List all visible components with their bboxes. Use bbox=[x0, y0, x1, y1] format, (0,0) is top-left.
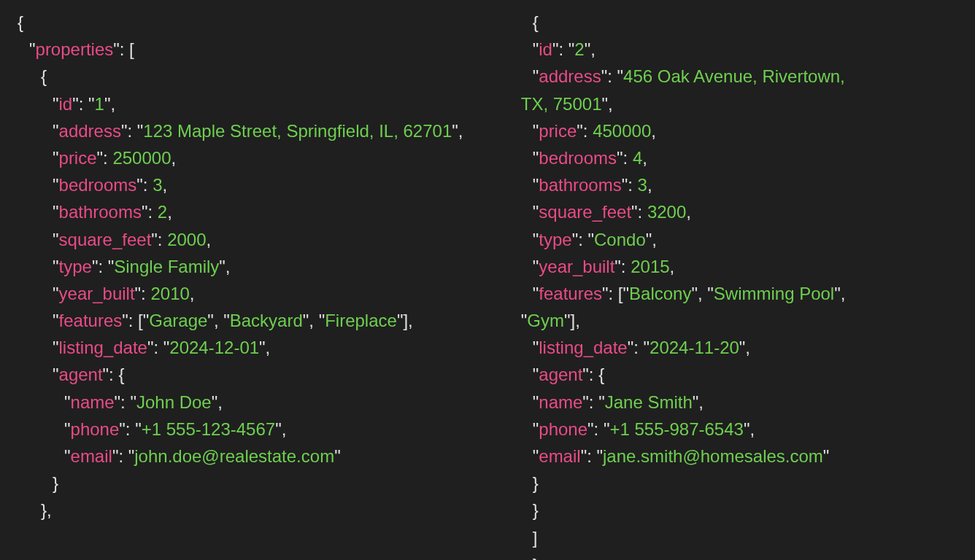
brace-close: } bbox=[521, 497, 957, 524]
brace-open: { bbox=[18, 9, 477, 36]
key-agent: "agent": { bbox=[521, 361, 957, 388]
key-properties: "properties": [ bbox=[18, 36, 477, 63]
object-open: { bbox=[18, 63, 477, 90]
key-address-line1: "address": "456 Oak Avenue, Rivertown, bbox=[521, 63, 957, 90]
key-agent-email: "email": "jane.smith@homesales.com" bbox=[521, 443, 957, 470]
brace-close: } bbox=[521, 470, 957, 497]
brace-close: } bbox=[521, 551, 957, 560]
key-year-built: "year_built": 2010, bbox=[18, 280, 477, 307]
key-listing-date: "listing_date": "2024-11-20", bbox=[521, 334, 957, 361]
key-address: "address": "123 Maple Street, Springfiel… bbox=[18, 117, 477, 144]
key-square-feet: "square_feet": 3200, bbox=[521, 198, 957, 225]
key-agent-phone: "phone": "+1 555-987-6543", bbox=[521, 416, 957, 443]
key-year-built: "year_built": 2015, bbox=[521, 253, 957, 280]
key-features-line1: "features": ["Balcony", "Swimming Pool", bbox=[521, 280, 957, 307]
column-2: { "id": "2", "address": "456 Oak Avenue,… bbox=[521, 9, 957, 560]
key-id: "id": "2", bbox=[521, 36, 957, 63]
key-type: "type": "Single Family", bbox=[18, 253, 477, 280]
object-close: }, bbox=[18, 497, 477, 524]
bracket-close: ] bbox=[521, 524, 957, 551]
key-bathrooms: "bathrooms": 3, bbox=[521, 171, 957, 198]
key-agent-name: "name": "Jane Smith", bbox=[521, 389, 957, 416]
key-price: "price": 250000, bbox=[18, 144, 477, 171]
brace-close: } bbox=[18, 470, 477, 497]
key-agent-phone: "phone": "+1 555-123-4567", bbox=[18, 416, 477, 443]
key-id: "id": "1", bbox=[18, 90, 477, 117]
key-price: "price": 450000, bbox=[521, 117, 957, 144]
key-agent: "agent": { bbox=[18, 361, 477, 388]
key-type: "type": "Condo", bbox=[521, 226, 957, 253]
key-bedrooms: "bedrooms": 4, bbox=[521, 144, 957, 171]
key-square-feet: "square_feet": 2000, bbox=[18, 226, 477, 253]
key-bedrooms: "bedrooms": 3, bbox=[18, 171, 477, 198]
json-document: { "properties": [ { "id": "1", "address"… bbox=[18, 9, 957, 560]
object-open: { bbox=[521, 9, 957, 36]
key-listing-date: "listing_date": "2024-12-01", bbox=[18, 334, 477, 361]
key-features: "features": ["Garage", "Backyard", "Fire… bbox=[18, 307, 477, 334]
key-features-line2: "Gym"], bbox=[521, 307, 957, 334]
key-agent-name: "name": "John Doe", bbox=[18, 389, 477, 416]
key-address-line2: TX, 75001", bbox=[521, 90, 957, 117]
column-1: { "properties": [ { "id": "1", "address"… bbox=[18, 9, 477, 560]
key-bathrooms: "bathrooms": 2, bbox=[18, 198, 477, 225]
key-agent-email: "email": "john.doe@realestate.com" bbox=[18, 443, 477, 470]
